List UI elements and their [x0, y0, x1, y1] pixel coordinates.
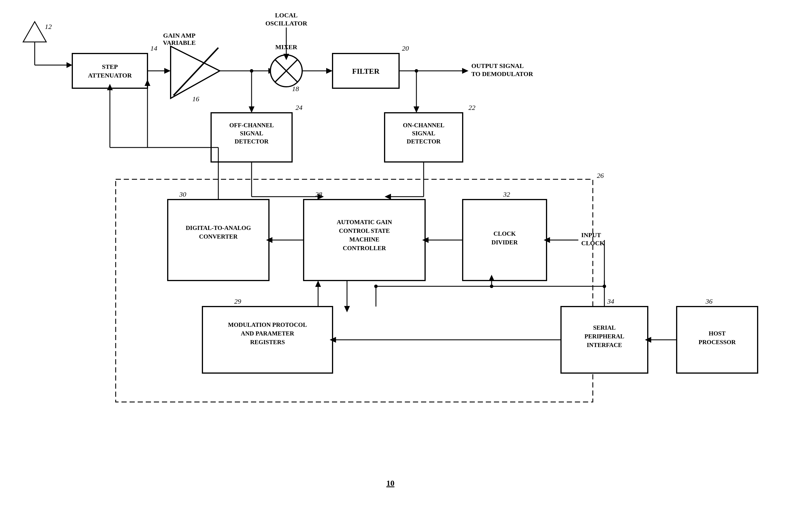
svg-marker-31	[385, 194, 391, 200]
host-proc-ref: 36	[705, 298, 712, 305]
off-channel-label-line3: DETECTOR	[235, 138, 269, 145]
spi-ref: 34	[607, 298, 614, 305]
off-channel-label-line2: SIGNAL	[240, 130, 263, 137]
svg-marker-0	[23, 22, 46, 42]
off-channel-ref: 24	[296, 104, 303, 111]
clock-div-ref: 32	[503, 190, 510, 198]
svg-point-58	[374, 285, 378, 288]
svg-marker-48	[344, 306, 350, 312]
agc-label-line2: CONTROL STATE	[339, 227, 390, 234]
diagram-container: 12 STEP ATTENUATOR 14 VARIABLE GAIN AMP …	[0, 0, 812, 522]
mod-proto-ref: 29	[234, 298, 241, 305]
off-channel-box	[211, 113, 292, 162]
agc-ref: 28	[315, 190, 322, 198]
spi-label-line3: INTERFACE	[587, 342, 622, 348]
spi-label-line2: PERIPHERAL	[584, 333, 624, 340]
svg-marker-21	[462, 68, 468, 74]
antenna-ref-label: 12	[45, 23, 52, 31]
clock-div-label-line1: CLOCK	[493, 230, 516, 237]
host-proc-label-line1: HOST	[709, 330, 726, 337]
dac-label-line2: CONVERTER	[199, 233, 238, 240]
filter-ref: 20	[402, 44, 409, 52]
local-osc-label-line1: LOCAL	[275, 12, 298, 19]
on-channel-label-line2: SIGNAL	[412, 130, 435, 137]
spi-label-line1: SERIAL	[593, 324, 616, 331]
agc-label-line3: MACHINE	[349, 236, 379, 243]
antenna-symbol	[23, 22, 46, 54]
mod-proto-label-line3: REGISTERS	[250, 339, 285, 346]
svg-marker-25	[249, 106, 255, 113]
step-attenuator-ref: 14	[150, 44, 157, 52]
on-channel-box	[385, 113, 463, 162]
output-signal-label-line1: OUTPUT SIGNAL	[471, 62, 524, 69]
vga-label-line2: GAIN AMP	[163, 32, 196, 39]
filter-label: FILTER	[352, 67, 380, 76]
mixer-ref: 18	[292, 85, 299, 93]
dac-box	[168, 200, 269, 281]
svg-marker-46	[315, 281, 321, 287]
input-clock-label-line2: CLOCK	[581, 239, 605, 247]
output-signal-label-line2: TO DEMODULATOR	[471, 70, 533, 78]
dac-ref: 30	[179, 190, 186, 198]
on-channel-label-line1: ON-CHANNEL	[403, 122, 444, 129]
agc-label-line1: AUTOMATIC GAIN	[337, 219, 392, 225]
agc-label-line4: CONTROLLER	[343, 245, 386, 252]
step-attenuator-label-line2: ATTENUATOR	[88, 72, 132, 79]
step-attenuator-box	[72, 54, 147, 88]
input-clock-label-line1: INPUT	[581, 232, 601, 239]
host-proc-label-line2: PROCESSOR	[699, 339, 736, 346]
svg-marker-4	[66, 62, 72, 68]
svg-marker-6	[164, 68, 170, 74]
on-channel-label-line3: DETECTOR	[407, 138, 441, 145]
clock-div-label-line2: DIVIDER	[491, 239, 518, 246]
local-osc-label-line2: OSCILLATOR	[265, 20, 308, 27]
vga-label-line1: VARIABLE	[163, 39, 196, 46]
mod-proto-label-line2: AND PARAMETER	[241, 330, 295, 337]
dashed-box-ref: 26	[597, 172, 604, 179]
svg-marker-17	[326, 68, 332, 74]
svg-marker-23	[413, 106, 419, 113]
step-attenuator-label-line1: STEP	[102, 63, 118, 70]
spi-box	[561, 306, 648, 373]
mod-proto-label-line1: MODULATION PROTOCOL	[228, 321, 307, 328]
figure-label: 10	[386, 479, 394, 487]
on-channel-ref: 22	[468, 104, 475, 111]
vga-ref: 16	[192, 95, 199, 103]
off-channel-label-line1: OFF-CHANNEL	[229, 122, 274, 129]
dac-label-line1: DIGITAL-TO-ANALOG	[186, 224, 251, 232]
